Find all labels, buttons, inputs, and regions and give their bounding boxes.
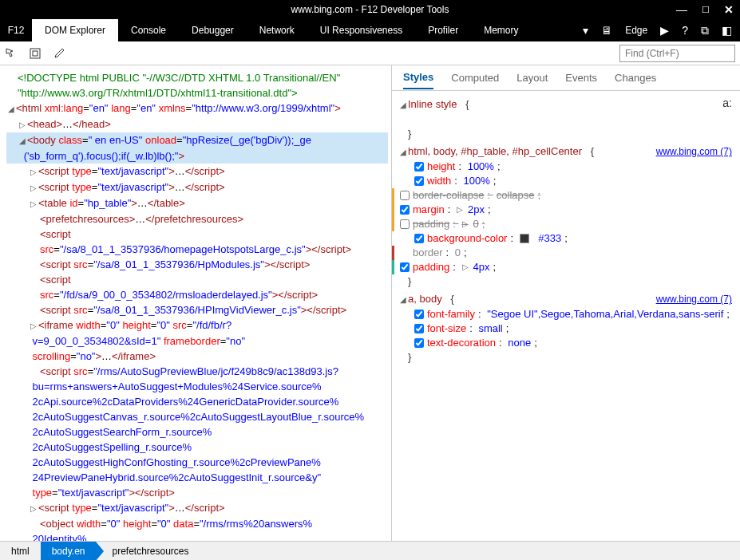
search-input[interactable] xyxy=(619,45,735,62)
expand-icon[interactable]: ▷ xyxy=(462,260,470,274)
expand-toggle[interactable]: ▷ xyxy=(29,501,38,516)
script-tag[interactable]: <script xyxy=(40,274,71,286)
dom-tree-panel[interactable]: <!DOCTYPE html PUBLIC "-//W3C//DTD XHTML… xyxy=(0,65,391,541)
expand-toggle[interactable]: ▷ xyxy=(18,117,27,132)
tab-memory[interactable]: Memory xyxy=(471,19,531,41)
minimize-icon[interactable]: — xyxy=(673,3,691,16)
script-src[interactable]: src="/fd/sa/9_00_0_3534802/rmsloaderdela… xyxy=(40,289,318,301)
head-tag[interactable]: <head>…</head> xyxy=(27,118,111,130)
color-swatch[interactable] xyxy=(520,234,529,243)
prop-toggle[interactable] xyxy=(400,219,410,229)
breadcrumb-html[interactable]: html xyxy=(0,542,41,560)
prop-toggle[interactable] xyxy=(414,234,424,243)
prop-toggle[interactable] xyxy=(414,310,424,319)
script-tag[interactable]: <script src="/sa/8_01_1_3537936/HpModule… xyxy=(40,258,310,270)
prop-toggle[interactable] xyxy=(414,176,424,186)
expand-icon[interactable]: ▷ xyxy=(457,203,465,217)
script-tag[interactable]: <script xyxy=(40,228,71,240)
prop-name[interactable]: width xyxy=(427,174,451,188)
collapse-icon[interactable]: ◢ xyxy=(400,293,408,307)
breadcrumb-body[interactable]: body.en xyxy=(41,542,97,560)
prop-name[interactable]: border xyxy=(413,246,443,260)
collapse-icon[interactable]: ◢ xyxy=(400,98,408,112)
prop-value[interactable]: #333 xyxy=(538,231,561,246)
expand-toggle[interactable]: ◢ xyxy=(6,101,16,116)
device-icon[interactable]: 🖥 xyxy=(598,22,615,38)
object-tag[interactable]: <object width="0" height="0" data="/rms/… xyxy=(6,518,349,541)
styles-tab-changes[interactable]: Changes xyxy=(615,67,656,89)
prop-value[interactable]: 0 xyxy=(473,217,479,231)
prop-toggle[interactable] xyxy=(414,162,424,172)
expand-toggle[interactable]: ▷ xyxy=(29,318,38,333)
expand-toggle[interactable]: ◢ xyxy=(18,133,27,148)
prop-name[interactable]: height xyxy=(427,160,455,174)
close-icon[interactable]: ✕ xyxy=(721,3,737,16)
styles-content[interactable]: a: ◢Inline style { } www.bing.com (7) ◢h… xyxy=(392,91,740,541)
source-link[interactable]: www.bing.com (7) xyxy=(656,144,732,159)
script-tag[interactable]: <script src="/sa/8_01_1_3537936/HPImgVid… xyxy=(40,304,346,316)
tab-console[interactable]: Console xyxy=(118,19,179,41)
prop-value[interactable]: 100% xyxy=(468,160,494,174)
prop-name[interactable]: font-size xyxy=(427,321,466,336)
table-tag[interactable]: <table id="hp_table">…</table> xyxy=(38,197,185,209)
prop-value[interactable]: small xyxy=(478,321,502,336)
prefetch-tag[interactable]: <prefetchresources>…</prefetchresources> xyxy=(40,213,243,225)
expand-icon[interactable]: ▷ xyxy=(462,217,470,231)
rule-selector[interactable]: a, body xyxy=(408,293,442,305)
prop-name[interactable]: text-decoration xyxy=(427,336,496,350)
breadcrumb-prefetch[interactable]: prefetchresources xyxy=(96,542,200,560)
prop-name[interactable]: margin xyxy=(413,203,445,217)
prop-toggle[interactable] xyxy=(414,324,424,333)
script-tag[interactable]: <script type="text/javascript">…</script… xyxy=(38,502,225,514)
styles-tab-styles[interactable]: Styles xyxy=(403,66,433,89)
prop-toggle[interactable] xyxy=(400,262,410,272)
script-tag[interactable]: <script type="text/javascript">…</script… xyxy=(38,181,225,193)
prop-value[interactable]: "Segoe UI",Segoe,Tahoma,Arial,Verdana,sa… xyxy=(487,307,723,321)
prop-name[interactable]: font-family xyxy=(427,307,475,321)
prop-toggle[interactable] xyxy=(400,191,410,200)
tab-debugger[interactable]: Debugger xyxy=(179,19,247,41)
prop-toggle[interactable] xyxy=(400,205,410,215)
maximize-icon[interactable]: ☐ xyxy=(698,5,713,15)
iframe-tag[interactable]: <iframe width="0" height="0" src="/fd/fb… xyxy=(6,319,245,362)
select-element-icon[interactable] xyxy=(5,47,18,60)
tab-ui-responsiveness[interactable]: UI Responsiveness xyxy=(307,19,415,41)
dock-icon[interactable]: ⧉ xyxy=(698,22,712,39)
expand-toggle[interactable]: ▷ xyxy=(29,164,38,179)
tab-dom-explorer[interactable]: DOM Explorer xyxy=(32,19,118,41)
prop-name[interactable]: padding xyxy=(413,260,449,274)
prop-value[interactable]: 2px xyxy=(468,203,485,217)
tab-network[interactable]: Network xyxy=(247,19,307,41)
styles-tab-computed[interactable]: Computed xyxy=(451,67,499,89)
prop-name[interactable]: background-color xyxy=(427,231,507,246)
rule-selector[interactable]: html, body, #hp_table, #hp_cellCenter xyxy=(408,145,582,157)
undock-icon[interactable]: ◧ xyxy=(718,22,735,38)
play-icon[interactable]: ▶ xyxy=(657,22,672,38)
styles-tab-events[interactable]: Events xyxy=(565,67,597,89)
chevron-down-icon[interactable]: ▾ xyxy=(580,22,592,38)
prop-value[interactable]: none xyxy=(508,336,531,350)
html-tag[interactable]: <html xml:lang="en" lang="en" xmlns="htt… xyxy=(16,102,341,114)
collapse-icon[interactable]: ◢ xyxy=(400,145,408,160)
prop-value[interactable]: collapse xyxy=(497,188,535,203)
source-link[interactable]: www.bing.com (7) xyxy=(656,292,732,306)
color-picker-icon[interactable] xyxy=(53,47,65,60)
script-src[interactable]: src="/sa/8_01_1_3537936/homepageHotspots… xyxy=(40,243,351,255)
help-icon[interactable]: ? xyxy=(679,22,691,38)
expand-toggle[interactable]: ▷ xyxy=(29,196,38,211)
expand-toggle[interactable]: ▷ xyxy=(29,180,38,195)
body-tag[interactable]: <body class=" en en-US" onload="hpResize… xyxy=(6,134,311,162)
rule-selector[interactable]: Inline style xyxy=(408,98,457,110)
styles-tab-layout[interactable]: Layout xyxy=(516,67,548,89)
script-tag[interactable]: <script type="text/javascript">…</script… xyxy=(38,165,225,177)
prop-toggle[interactable] xyxy=(414,338,424,348)
emulation-target[interactable]: Edge xyxy=(622,25,651,36)
tab-profiler[interactable]: Profiler xyxy=(415,19,471,41)
prop-value[interactable]: 100% xyxy=(464,174,490,188)
script-tag[interactable]: <script src="/rms/AutoSugPreviewBlue/jc/… xyxy=(6,365,364,499)
prop-name[interactable]: border-collapse xyxy=(413,188,485,203)
prop-name[interactable]: padding xyxy=(413,217,449,231)
accessibility-icon[interactable]: a: xyxy=(722,96,732,110)
prop-value[interactable]: 0 xyxy=(455,246,461,260)
prop-value[interactable]: 4px xyxy=(473,260,490,274)
